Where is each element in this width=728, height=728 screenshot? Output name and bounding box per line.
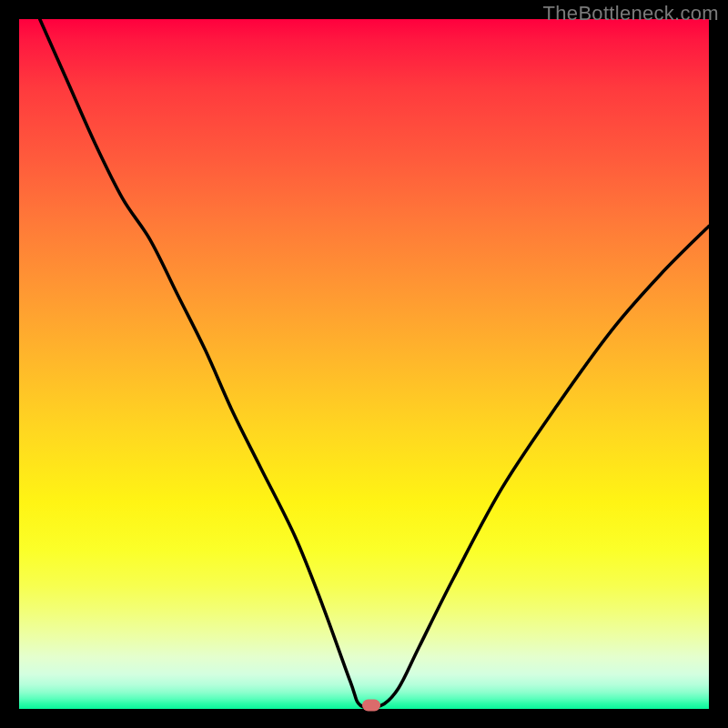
chart-frame: TheBottleneck.com [0, 0, 728, 728]
bottleneck-curve [19, 19, 709, 709]
optimal-point-marker [362, 700, 380, 712]
plot-area [19, 19, 709, 709]
watermark-text: TheBottleneck.com [543, 2, 719, 25]
